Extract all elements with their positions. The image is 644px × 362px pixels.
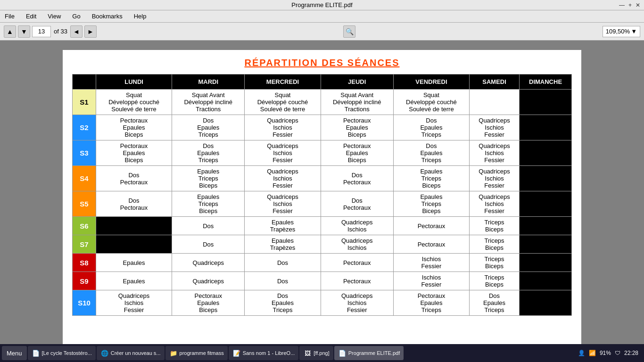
cell-mardi: Dos: [172, 217, 245, 235]
minimize-btn[interactable]: —: [619, 2, 625, 8]
cell-jeudi: Quadriceps Ischios: [321, 217, 393, 235]
cell-vendredi: Dos Epaules Triceps: [393, 115, 469, 140]
next-page-btn[interactable]: ▼: [18, 25, 30, 38]
menu-button[interactable]: Menu: [2, 346, 27, 360]
cell-mercredi: Quadriceps Ischios Fessier: [245, 191, 321, 217]
cell-lundi: Pectoraux Epaules Biceps: [96, 115, 172, 140]
col-session: [73, 74, 96, 90]
battery-display: 91%: [600, 350, 611, 356]
cell-samedi: Triceps Biceps: [469, 272, 519, 290]
cell-samedi: [469, 90, 519, 115]
cell-lundi: Dos Pectoraux: [96, 166, 172, 191]
taskbar-label-5: Programme ELITE.pdf: [348, 350, 400, 356]
search-btn[interactable]: 🔍: [343, 25, 355, 38]
table-row: S2Pectoraux Epaules BicepsDos Epaules Tr…: [73, 115, 572, 140]
session-label: S10: [73, 290, 96, 316]
cell-lundi: Pectoraux Epaules Biceps: [96, 140, 172, 166]
session-label: S5: [73, 191, 96, 217]
cell-vendredi: Epaules Triceps Biceps: [393, 191, 469, 217]
session-label: S9: [73, 272, 96, 290]
cell-dimanche: [520, 115, 572, 140]
taskbar: Menu 📄 [Le cycle Testostéro... 🌐 Créer u…: [0, 344, 644, 362]
cell-samedi: Dos Epaules Triceps: [469, 290, 519, 316]
taskbar-item-0[interactable]: 📄 [Le cycle Testostéro...: [28, 346, 96, 360]
menu-view[interactable]: View: [45, 12, 64, 21]
session-label: S1: [73, 90, 96, 115]
menu-help[interactable]: Help: [131, 12, 149, 21]
cell-lundi: Epaules: [96, 272, 172, 290]
taskbar-item-3[interactable]: 📝 Sans nom 1 - LibreO...: [229, 346, 299, 360]
taskbar-item-5[interactable]: 📄 Programme ELITE.pdf: [334, 346, 404, 360]
shield-icon: 🛡: [615, 350, 620, 356]
cell-mardi: Quadriceps: [172, 254, 245, 272]
menu-go[interactable]: Go: [69, 12, 83, 21]
taskbar-item-1[interactable]: 🌐 Créer un nouveau s...: [97, 346, 165, 360]
taskbar-label-1: Créer un nouveau s...: [111, 350, 161, 356]
session-label: S7: [73, 235, 96, 254]
cell-jeudi: Pectoraux Epaules Biceps: [321, 140, 393, 166]
cell-mardi: Epaules Triceps Biceps: [172, 191, 245, 217]
col-dimanche: DIMANCHE: [520, 74, 572, 90]
taskbar-label-4: [ff.png]: [314, 350, 329, 356]
window-title: Programme ELITE.pdf: [291, 1, 352, 8]
close-btn[interactable]: ✕: [636, 2, 640, 8]
cell-vendredi: Epaules Triceps Biceps: [393, 166, 469, 191]
menu-bookmarks[interactable]: Bookmarks: [89, 12, 125, 21]
cell-vendredi: Pectoraux Epaules Triceps: [393, 290, 469, 316]
cell-vendredi: Squat Développé couché Soulevé de terre: [393, 90, 469, 115]
cell-jeudi: Pectoraux: [321, 272, 393, 290]
cell-mercredi: Dos: [245, 254, 321, 272]
cell-jeudi: Squat Avant Développé incliné Tractions: [321, 90, 393, 115]
cell-dimanche: [520, 166, 572, 191]
cell-jeudi: Quadriceps Ischios: [321, 235, 393, 254]
cell-lundi: Dos Pectoraux: [96, 191, 172, 217]
nav-left-btn[interactable]: ◄: [70, 25, 83, 38]
prev-page-btn[interactable]: ▲: [4, 25, 16, 38]
cell-mardi: Quadriceps: [172, 272, 245, 290]
zoom-display[interactable]: 109,50% ▼: [603, 26, 640, 37]
cell-lundi: Squat Développé couché Soulevé de terre: [96, 90, 172, 115]
cell-jeudi: Dos Pectoraux: [321, 166, 393, 191]
table-row: S4Dos PectorauxEpaules Triceps BicepsQua…: [73, 166, 572, 191]
col-samedi: SAMEDI: [469, 74, 519, 90]
cell-mardi: Epaules Triceps Biceps: [172, 166, 245, 191]
taskbar-right: 👤 📶 91% 🛡 22:28: [578, 350, 642, 356]
zoom-dropdown-icon[interactable]: ▼: [631, 28, 637, 35]
cell-mardi: Dos Epaules Triceps: [172, 115, 245, 140]
page-number-input[interactable]: [32, 26, 51, 37]
col-vendredi: VENDREDI: [393, 74, 469, 90]
maximize-btn[interactable]: +: [628, 2, 632, 8]
cell-jeudi: Quadriceps Ischios Fessier: [321, 290, 393, 316]
menu-bar: File Edit View Go Bookmarks Help: [0, 10, 644, 23]
session-label: S2: [73, 115, 96, 140]
cell-mercredi: Quadriceps Ischios Fessier: [245, 166, 321, 191]
pdf-page: RÉPARTITION DES SÉANCES LUNDI MARDI MERC…: [63, 50, 581, 344]
cell-dimanche: [520, 140, 572, 166]
taskbar-item-4[interactable]: 🖼 [ff.png]: [299, 346, 333, 360]
taskbar-item-2[interactable]: 📁 programme fitmass: [165, 346, 228, 360]
cell-lundi: Epaules: [96, 254, 172, 272]
menu-edit[interactable]: Edit: [23, 12, 39, 21]
title-bar: Programme ELITE.pdf — + ✕: [0, 0, 644, 10]
table-row: S3Pectoraux Epaules BicepsDos Epaules Tr…: [73, 140, 572, 166]
table-row: S5Dos PectorauxEpaules Triceps BicepsQua…: [73, 191, 572, 217]
cell-mardi: Squat Avant Développé incliné Tractions: [172, 90, 245, 115]
cell-dimanche: [520, 272, 572, 290]
session-label: S6: [73, 217, 96, 235]
wifi-icon: 📶: [589, 350, 596, 356]
cell-dimanche: [520, 191, 572, 217]
table-row: S1Squat Développé couché Soulevé de terr…: [73, 90, 572, 115]
taskbar-label-0: [Le cycle Testostéro...: [42, 350, 92, 356]
taskbar-icon-2: 📁: [169, 349, 178, 357]
col-jeudi: JEUDI: [321, 74, 393, 90]
toolbar: ▲ ▼ of 33 ◄ ► 🔍 109,50% ▼: [0, 23, 644, 41]
session-label: S8: [73, 254, 96, 272]
cell-dimanche: [520, 90, 572, 115]
nav-right-btn[interactable]: ►: [84, 25, 97, 38]
table-row: S6DosEpaules TrapèzesQuadriceps IschiosP…: [73, 217, 572, 235]
main-content: RÉPARTITION DES SÉANCES LUNDI MARDI MERC…: [0, 41, 644, 344]
cell-vendredi: Dos Epaules Triceps: [393, 140, 469, 166]
table-row: S9EpaulesQuadricepsDosPectorauxIschios F…: [73, 272, 572, 290]
menu-file[interactable]: File: [2, 12, 17, 21]
window-controls[interactable]: — + ✕: [619, 2, 640, 8]
